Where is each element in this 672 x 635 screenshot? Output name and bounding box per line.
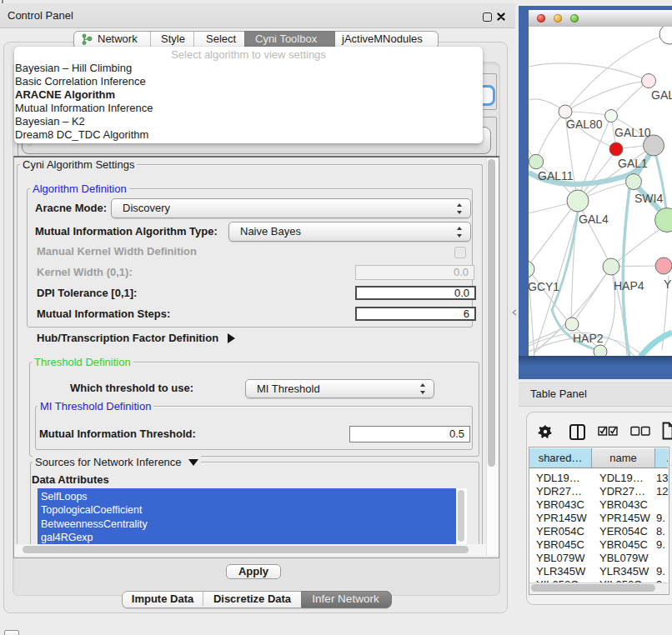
svg-text:HAP2: HAP2 — [573, 332, 604, 345]
svg-text:HAP4: HAP4 — [614, 279, 644, 292]
svg-text:GAL10: GAL10 — [614, 126, 651, 139]
svg-text:GCY1: GCY1 — [529, 280, 559, 293]
svg-text:GAL11: GAL11 — [538, 169, 574, 182]
svg-text:Y: Y — [664, 278, 672, 291]
svg-text:GAL4: GAL4 — [579, 212, 609, 226]
svg-text:GAL80: GAL80 — [566, 118, 603, 131]
svg-text:SWI4: SWI4 — [634, 192, 663, 205]
svg-text:GAL1: GAL1 — [618, 157, 648, 170]
svg-text:GAL7: GAL7 — [651, 88, 672, 102]
